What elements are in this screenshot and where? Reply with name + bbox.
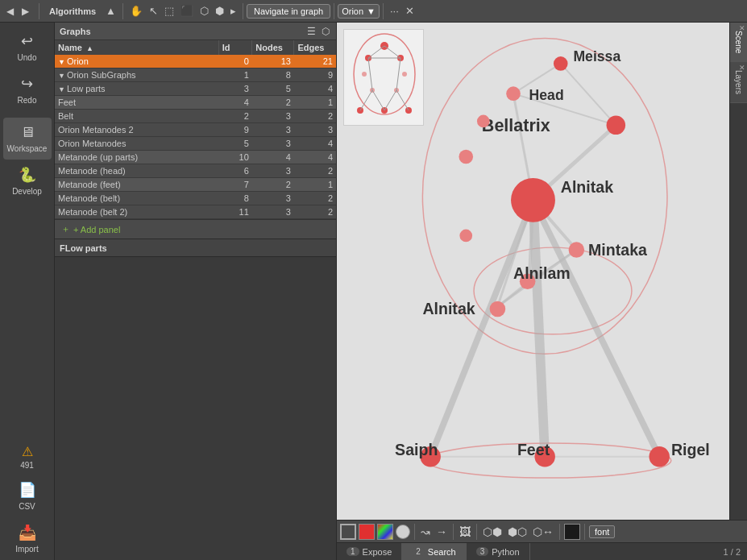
font-button[interactable]: font — [589, 525, 615, 538]
navigate-graph-btn[interactable]: Navigate in graph — [247, 4, 330, 19]
alert-count: 491 — [20, 461, 34, 470]
color-red-btn[interactable] — [359, 524, 375, 540]
alert-button[interactable]: ⚠ 491 — [3, 439, 52, 475]
bt-sep4 — [559, 524, 560, 540]
nodes2-btn[interactable]: ⬢ — [212, 3, 227, 19]
sep5 — [383, 3, 384, 19]
add-panel-bar[interactable]: ＋ + Add panel — [55, 219, 336, 239]
import-icon: 📥 — [19, 524, 36, 541]
table-row[interactable]: Belt232 — [55, 110, 336, 123]
bt-sep1 — [414, 524, 415, 540]
svg-line-12 — [384, 46, 400, 58]
graphs-table: Name ▲ Id Nodes Edges ▼Orion01321▼Orion … — [55, 40, 336, 219]
row-edges-cell: 2 — [294, 110, 336, 123]
row-id-cell: 3 — [218, 82, 252, 96]
scene-close-icon[interactable]: ✕ — [738, 24, 746, 32]
arrow-right-btn[interactable]: ▶ — [19, 4, 32, 19]
redo-icon: ↪ — [21, 75, 33, 93]
row-name-cell: ▼Orion — [55, 55, 218, 68]
mini-preview-svg — [344, 30, 425, 127]
table-row[interactable]: Feet421 — [55, 96, 336, 110]
row-edges-cell: 2 — [294, 164, 336, 178]
panels-area: Graphs ☰ ⬡ Name ▲ Id N — [55, 23, 337, 560]
nav-buttons: ◀ ▶ — [0, 4, 35, 19]
layers-close-icon[interactable]: ✕ — [738, 64, 746, 72]
close-window-btn[interactable]: ✕ — [402, 3, 417, 19]
layers-tab[interactable]: ✕ Layers — [730, 62, 747, 103]
arrow-left-btn[interactable]: ◀ — [3, 4, 17, 19]
arrow-curved-btn[interactable]: ↝ — [419, 525, 432, 538]
graph-canvas[interactable]: Meissa Head Bellatrix Alnitak — [337, 23, 729, 520]
table-row[interactable]: Orion Metanodes534 — [55, 137, 336, 151]
row-edges-cell: 9 — [294, 68, 336, 82]
develop-button[interactable]: 🐍 Develop — [3, 160, 52, 202]
hand-tool-btn[interactable]: ✋ — [127, 3, 146, 19]
workspace-button[interactable]: 🖥 Workspace — [3, 118, 52, 160]
table-row[interactable]: ▼Orion01321 — [55, 55, 336, 68]
mini-preview — [343, 29, 424, 126]
import-button[interactable]: 📥 Import — [3, 517, 52, 560]
head-label: Head — [529, 87, 564, 103]
row-name-cell: Metanode (up parts) — [55, 151, 218, 164]
flow-parts-header: FLow parts — [55, 239, 336, 257]
table-row[interactable]: Metanode (feet)721 — [55, 178, 336, 192]
col-header-nodes[interactable]: Nodes — [252, 40, 294, 55]
play-btn[interactable]: ▸ — [227, 3, 239, 19]
select-tool-btn[interactable]: ⬚ — [161, 3, 177, 19]
row-nodes-cell: 3 — [252, 192, 294, 205]
sep3 — [243, 3, 243, 19]
redo-label: Redo — [18, 96, 37, 105]
col-header-id[interactable]: Id — [218, 40, 252, 55]
pointer-tool-btn[interactable]: ↖ — [146, 3, 161, 19]
table-row[interactable]: ▼Low parts354 — [55, 82, 336, 96]
arrow-straight-btn[interactable]: → — [434, 525, 449, 538]
graphs-expand-btn[interactable]: ⬡ — [320, 26, 331, 37]
graph-layout2-btn[interactable]: ⬢⬡ — [506, 525, 529, 538]
thumbnail-btn[interactable]: 🖼 — [458, 525, 472, 538]
bellatrix-label: Bellatrix — [482, 116, 550, 135]
color-bulb-btn[interactable] — [396, 525, 410, 539]
scene-label: Scene — [734, 31, 743, 53]
table-row[interactable]: ▼Orion SubGraphs189 — [55, 68, 336, 82]
row-edges-cell: 1 — [294, 178, 336, 192]
flow-parts-title: FLow parts — [60, 243, 107, 253]
graph-layout3-btn[interactable]: ⬡↔ — [531, 525, 555, 538]
status-tab-search[interactable]: 2 Search — [402, 543, 466, 560]
nodes-btn[interactable]: ⬡ — [197, 3, 212, 19]
bt-sep2 — [453, 524, 454, 540]
table-row[interactable]: Metanode (head)632 — [55, 164, 336, 178]
graph-layout-btn[interactable]: ⬡⬢ — [481, 525, 504, 538]
status-tab-python[interactable]: 3 Python — [467, 543, 530, 560]
graph-selector[interactable]: Orion ▼ — [338, 4, 380, 19]
graphs-menu-btn[interactable]: ☰ — [305, 26, 317, 37]
row-edges-cell: 21 — [294, 55, 336, 68]
svg-line-25 — [533, 200, 660, 456]
table-row[interactable]: Metanode (belt)832 — [55, 192, 336, 205]
sep4 — [334, 3, 334, 19]
table-row[interactable]: Metanode (belt 2)1132 — [55, 205, 336, 219]
svg-point-42 — [511, 178, 555, 222]
redo-button[interactable]: ↪ Redo — [3, 68, 52, 111]
row-name-cell: Metanode (belt) — [55, 192, 218, 205]
workspace-label: Workspace — [7, 144, 48, 153]
table-row[interactable]: Metanode (up parts)1044 — [55, 151, 336, 164]
color-multi-btn[interactable] — [377, 524, 393, 540]
canvas-column: Meissa Head Bellatrix Alnitak — [337, 23, 747, 560]
table-row[interactable]: Orion Metanodes 2933 — [55, 123, 336, 137]
color-black-btn[interactable] — [564, 524, 580, 540]
undo-button[interactable]: ↩ Undo — [3, 26, 52, 68]
grid-btn[interactable]: ⬛ — [177, 3, 197, 19]
svg-point-41 — [607, 116, 626, 135]
csv-button[interactable]: 📄 CSV — [3, 475, 52, 517]
col-header-edges[interactable]: Edges — [294, 40, 336, 55]
rigel-label: Rigel — [671, 441, 710, 458]
collapse-btn[interactable]: ▲ — [102, 3, 119, 19]
row-name-cell: Orion Metanodes — [55, 137, 218, 151]
svg-line-18 — [384, 90, 396, 110]
shape-rect-btn[interactable] — [340, 524, 356, 540]
add-panel-icon: ＋ — [61, 223, 70, 235]
more-options-btn[interactable]: ··· — [387, 3, 402, 19]
col-header-name[interactable]: Name ▲ — [55, 40, 218, 55]
status-tab-expose[interactable]: 1 Expose — [337, 543, 402, 560]
scene-tab[interactable]: ✕ Scene — [730, 23, 747, 62]
